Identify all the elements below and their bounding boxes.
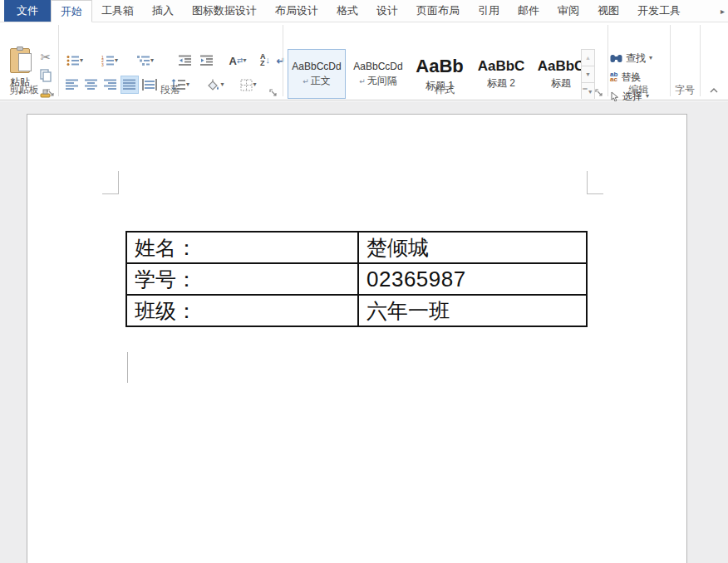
binoculars-icon — [610, 53, 622, 63]
sort-button[interactable]: AZ ↓ — [256, 51, 274, 69]
tab-mailings[interactable]: 邮件 — [509, 0, 548, 22]
bullet-list-button[interactable]: ▾ — [63, 52, 86, 69]
styles-group-label: 样式 — [283, 83, 607, 97]
paragraph-mark-icon: ↵ — [277, 55, 286, 67]
find-label: 查找 — [626, 51, 646, 66]
down-arrow-icon: ↓ — [266, 55, 271, 65]
document-canvas: 姓名： 楚倾城 学号： 02365987 班级： 六年一班 — [0, 101, 728, 563]
tab-toolbox[interactable]: 工具箱 — [92, 0, 143, 22]
ribbon: 粘贴 ▾ ✂ 剪贴板 ▾ — [0, 22, 728, 100]
table-row: 姓名： 楚倾城 — [126, 232, 587, 263]
tab-overflow-arrow-icon[interactable]: ▸ — [717, 0, 728, 22]
increase-indent-button[interactable] — [198, 52, 216, 69]
name-value-cell[interactable]: 楚倾城 — [358, 232, 587, 263]
class-value-cell[interactable]: 六年一班 — [358, 295, 587, 326]
scissors-icon: ✂ — [41, 50, 52, 65]
bullet-list-icon — [66, 55, 80, 66]
tab-format[interactable]: 格式 — [327, 0, 367, 22]
paragraph-group-label: 段落 — [58, 83, 283, 97]
tab-insert[interactable]: 插入 — [143, 0, 183, 22]
clipboard-icon — [10, 48, 30, 73]
editing-group-label: 编辑 — [607, 83, 670, 97]
style-preview: AaBbC — [478, 58, 525, 75]
replace-label: 替换 — [621, 71, 641, 85]
tab-review[interactable]: 审阅 — [548, 0, 588, 22]
show-marks-button[interactable]: ↵ — [274, 52, 288, 69]
replace-icon: ab ac — [610, 72, 617, 82]
document-page[interactable]: 姓名： 楚倾城 学号： 02365987 班级： 六年一班 — [27, 114, 687, 563]
decrease-indent-button[interactable] — [176, 52, 194, 69]
style-preview: AaBbCcDd — [292, 61, 341, 72]
copy-button[interactable] — [37, 67, 55, 84]
tab-icon-data-design[interactable]: 图标数据设计 — [183, 0, 266, 22]
collapse-ribbon-button[interactable] — [706, 85, 722, 96]
styles-scroll-down-button[interactable]: ▼ — [582, 66, 594, 83]
tab-references[interactable]: 引用 — [469, 0, 509, 22]
asian-layout-icon: A — [229, 55, 237, 67]
asian-layout-button[interactable]: A ⇄ ▾ — [224, 52, 251, 69]
style-preview: AaBb — [416, 56, 463, 77]
chevron-down-icon: ▾ — [115, 57, 118, 64]
tab-view[interactable]: 视图 — [588, 0, 628, 22]
left-right-arrows-icon: ⇄ — [237, 56, 243, 65]
text-cursor — [127, 352, 128, 383]
ribbon-tab-bar: 文件 开始 工具箱 插入 图标数据设计 布局设计 格式 设计 页面布局 引用 邮… — [0, 0, 728, 22]
styles-scroll-up-button[interactable]: ▲ — [582, 50, 594, 66]
tab-developer[interactable]: 开发工具 — [628, 0, 690, 22]
table-row: 班级： 六年一班 — [126, 295, 587, 326]
multilevel-list-button[interactable]: ▾ — [133, 52, 158, 69]
numbered-list-icon: 123 — [101, 55, 115, 66]
cut-button[interactable]: ✂ — [37, 49, 55, 66]
styles-dialog-launcher[interactable] — [595, 86, 605, 96]
multilevel-list-icon — [137, 55, 150, 66]
table-row: 学号： 02365987 — [126, 263, 587, 295]
clipboard-group-label: 剪贴板 — [0, 83, 48, 97]
tab-home[interactable]: 开始 — [51, 0, 92, 22]
tab-layout-design[interactable]: 布局设计 — [266, 0, 327, 22]
increase-indent-icon — [200, 55, 214, 66]
chevron-down-icon: ▾ — [243, 57, 246, 64]
chevron-down-icon: ▾ — [150, 57, 154, 64]
chevron-down-icon: ▾ — [80, 57, 83, 64]
word-window: 文件 开始 工具箱 插入 图标数据设计 布局设计 格式 设计 页面布局 引用 邮… — [0, 0, 728, 563]
paragraph-dialog-launcher[interactable] — [269, 86, 279, 96]
margin-corner-mark-right — [587, 171, 603, 194]
chevron-up-icon — [710, 88, 718, 93]
decrease-indent-icon — [179, 55, 192, 66]
class-label-cell[interactable]: 班级： — [126, 295, 358, 326]
font-size-group-label: 字号 — [670, 83, 700, 97]
tab-file[interactable]: 文件 — [4, 0, 51, 22]
svg-text:3: 3 — [101, 62, 104, 66]
tab-design[interactable]: 设计 — [367, 0, 407, 22]
clipboard-dialog-launcher[interactable] — [47, 86, 57, 96]
name-label-cell[interactable]: 姓名： — [126, 232, 358, 263]
student-id-label-cell[interactable]: 学号： — [126, 263, 358, 295]
student-info-table: 姓名： 楚倾城 学号： 02365987 班级： 六年一班 — [125, 231, 588, 327]
student-id-value-cell[interactable]: 02365987 — [358, 263, 587, 295]
style-preview: AaBbCcDd — [353, 61, 402, 72]
tab-page-layout[interactable]: 页面布局 — [407, 0, 469, 22]
margin-corner-mark-left — [102, 171, 119, 194]
find-button[interactable]: 查找 ▾ — [610, 50, 652, 66]
numbered-list-button[interactable]: 123 ▾ — [98, 52, 121, 69]
style-preview: AaBbC — [538, 58, 585, 75]
chevron-down-icon: ▾ — [649, 55, 652, 61]
copy-icon — [39, 69, 52, 82]
